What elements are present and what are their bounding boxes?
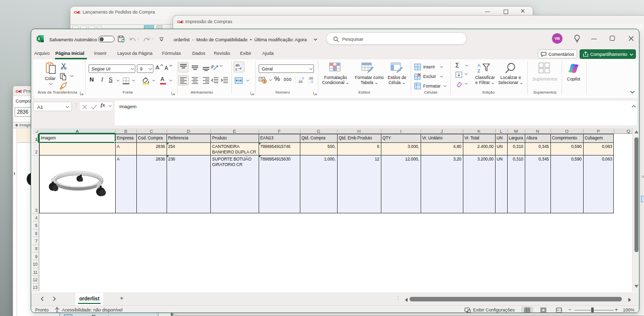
svg-text:ab: ab: [211, 64, 215, 69]
svg-text:.00: .00: [298, 80, 302, 84]
svg-text:.00: .00: [308, 76, 313, 80]
svg-text:X: X: [37, 37, 40, 41]
svg-text:c: c: [235, 67, 237, 71]
svg-text:→0: →0: [308, 80, 313, 84]
svg-text:←0: ←0: [299, 76, 304, 80]
svg-text:A: A: [477, 63, 480, 68]
svg-text:$: $: [264, 80, 266, 83]
svg-text:ab: ab: [235, 63, 239, 67]
svg-text:Z: Z: [477, 68, 480, 73]
